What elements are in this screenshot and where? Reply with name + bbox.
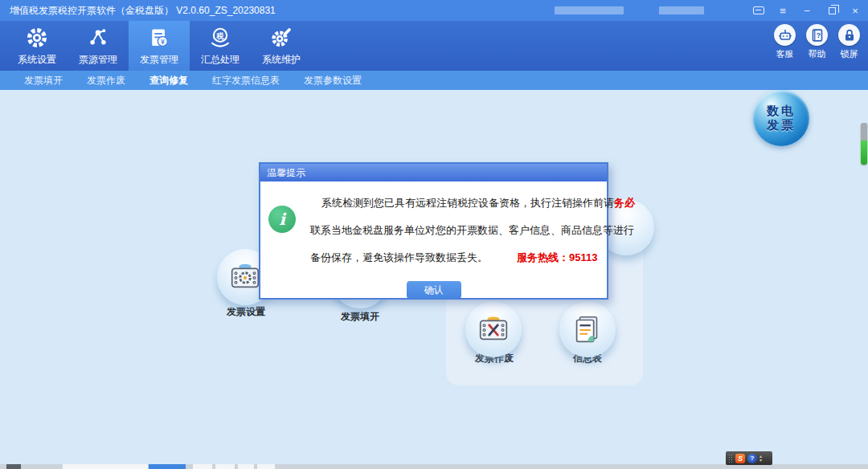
tab-ticket-source[interactable]: 票源管理 — [68, 21, 129, 71]
gear-icon — [25, 26, 49, 50]
maximize-button[interactable] — [825, 4, 837, 17]
info-sheet-shortcut[interactable] — [559, 301, 616, 357]
ime-toolbar[interactable]: S ? ▴▾ — [726, 451, 772, 465]
invoice-void-shortcut[interactable] — [465, 301, 522, 357]
warm-tip-dialog: 温馨提示 i 系统检测到您已具有远程注销税控设备资格，执行注销操作前请务必 联系… — [259, 162, 608, 300]
redacted-text — [659, 6, 704, 14]
svg-text:¥: ¥ — [161, 37, 165, 45]
robot-icon — [774, 24, 796, 46]
menu-item-invoice-params[interactable]: 发票参数设置 — [304, 74, 362, 88]
menu-item-query-repair[interactable]: 查询修复 — [149, 74, 188, 88]
service-hotline: 服务热线：95113 — [517, 251, 597, 263]
tab-summary-processing[interactable]: 税 汇总处理 — [190, 21, 251, 71]
utility-label: 锁屏 — [841, 48, 858, 60]
ime-help-icon[interactable]: ? — [747, 454, 757, 463]
help-button[interactable]: ? 帮助 — [806, 24, 828, 60]
menu-item-invoice-fill[interactable]: 发票填开 — [24, 74, 63, 88]
title-bar: 增值税发票税控开票软件（金税盘版） V2.0.60_ZS_20230831 ≡ … — [0, 0, 868, 21]
help-book-icon: ? — [806, 24, 828, 46]
drag-handle-icon[interactable] — [728, 454, 733, 463]
message-icon[interactable] — [752, 4, 765, 17]
close-button[interactable]: × — [849, 4, 862, 17]
customer-service-button[interactable]: 客服 — [774, 24, 796, 60]
redacted-text — [555, 6, 624, 14]
sub-menu-bar: 发票填开 发票作废 查询修复 红字发票信息表 发票参数设置 — [0, 71, 868, 90]
dialog-line3: 备份保存，避免该操作导致数据丢失。 — [310, 251, 488, 263]
invoice-void-icon — [475, 311, 512, 348]
digital-invoice-badge[interactable]: 数电 发票 — [753, 90, 809, 146]
lock-icon — [838, 24, 860, 46]
tab-label: 系统维护 — [262, 53, 301, 67]
menu-item-invoice-void[interactable]: 发票作废 — [87, 74, 125, 88]
main-ribbon: 系统设置 票源管理 ¥ 发票管理 税 汇总处理 系统维护 客服 ? 帮助 锁屏 — [0, 21, 868, 71]
menu-item-red-letter-info[interactable]: 红字发票信息表 — [212, 74, 280, 88]
shortcut-label-invoice-fill[interactable]: 发票填开 — [341, 310, 379, 324]
gear-wrench-icon — [269, 26, 293, 50]
svg-text:?: ? — [816, 31, 820, 39]
minimize-button[interactable]: − — [800, 4, 813, 17]
dialog-message: 系统检测到您已具有远程注销税控设备资格，执行注销操作前请务必 联系当地金税盘服务… — [310, 190, 601, 271]
utility-label: 客服 — [776, 48, 794, 60]
dialog-line2: 联系当地金税盘服务单位对您的开票数据、客户信息、商品信息等进行 — [310, 217, 601, 244]
menu-icon[interactable]: ≡ — [776, 4, 789, 17]
info-icon: i — [268, 206, 296, 233]
tax-hand-icon: 税 — [208, 26, 232, 50]
tab-system-maintenance[interactable]: 系统维护 — [251, 21, 312, 71]
ime-expand-icon[interactable]: ▴▾ — [760, 455, 762, 463]
network-icon — [86, 26, 110, 50]
dialog-line1-emphasis: 务必 — [614, 197, 635, 209]
level-indicator — [861, 123, 867, 165]
dialog-line1: 系统检测到您已具有远程注销税控设备资格，执行注销操作前请 — [321, 197, 614, 209]
invoice-document-icon: ¥ — [147, 26, 171, 50]
utility-label: 帮助 — [809, 48, 826, 60]
sogou-input-icon[interactable]: S — [735, 454, 745, 463]
main-workspace: 数电 发票 发票设置 发票填开 发票作废 信息表 温馨提示 i 系统检测到您已具… — [0, 90, 868, 464]
info-sheet-icon — [569, 311, 606, 348]
confirm-button[interactable]: 确认 — [407, 281, 461, 299]
dialog-title: 温馨提示 — [267, 166, 305, 180]
tab-invoice-management[interactable]: ¥ 发票管理 — [129, 21, 190, 71]
tab-label: 汇总处理 — [201, 53, 240, 67]
tab-label: 系统设置 — [18, 53, 56, 67]
svg-text:税: 税 — [215, 31, 224, 39]
window-title: 增值税发票税控开票软件（金税盘版） V2.0.60_ZS_20230831 — [10, 4, 276, 18]
dialog-title-bar[interactable]: 温馨提示 — [260, 164, 607, 181]
lock-screen-button[interactable]: 锁屏 — [838, 24, 860, 60]
tab-label: 票源管理 — [79, 53, 117, 67]
tab-label: 发票管理 — [140, 53, 178, 67]
tab-system-settings[interactable]: 系统设置 — [6, 21, 68, 71]
shortcut-label-invoice-settings[interactable]: 发票设置 — [227, 305, 265, 319]
